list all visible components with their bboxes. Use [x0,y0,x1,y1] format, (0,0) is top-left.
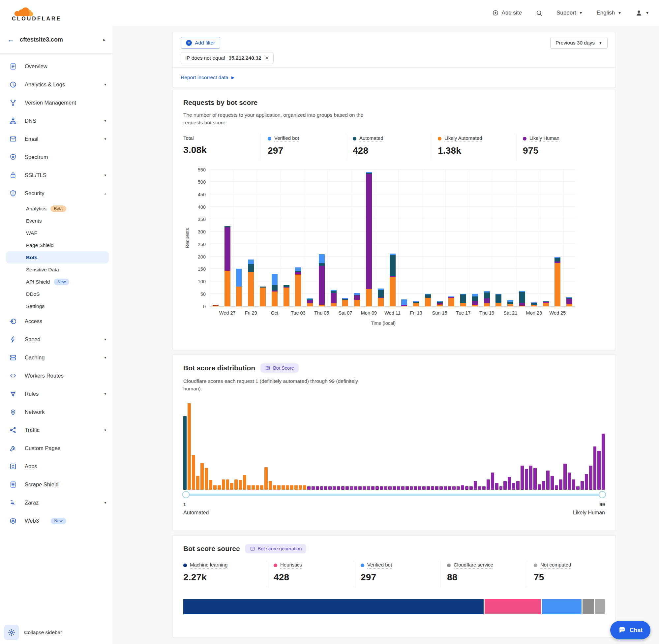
search-icon[interactable] [536,9,543,17]
slider-track[interactable] [183,493,605,496]
stacked-bar [366,172,372,306]
sidebar-subitem-bots[interactable]: Bots [6,251,109,263]
stat-label[interactable]: Heuristics [280,562,302,569]
stacked-bar [460,294,466,306]
time-range-dropdown[interactable]: Previous 30 days ▼ [550,37,608,49]
stat-value: 428 [353,145,431,156]
sidebar-item-dns[interactable]: DNS▾ [0,112,113,130]
legend-dot-icon [361,564,364,567]
sidebar-item-traffic[interactable]: Traffic▾ [0,421,113,439]
add-site-button[interactable]: Add site [492,9,522,16]
histogram-bar [512,483,515,490]
stat-label[interactable]: Machine learning [190,562,228,569]
stacked-bar [272,274,278,306]
slider-handle-max[interactable] [599,491,606,498]
gear-icon[interactable] [4,625,19,640]
stat-label[interactable]: Verified bot [367,562,392,569]
language-menu[interactable]: English ▼ [596,9,621,16]
histogram-bar [295,485,298,490]
report-link-label: Report incorrect data [181,74,229,80]
sidebar-item-email[interactable]: Email▾ [0,130,113,148]
sidebar-item-rules[interactable]: Rules▾ [0,385,113,403]
sidebar-item-custom-pages[interactable]: Custom Pages [0,439,113,457]
top-navigation-bar: Add site Support ▼ English ▼ ▼ [0,0,659,26]
stacked-bar [508,300,513,306]
sidebar-item-web3[interactable]: Web3New [0,512,113,530]
histogram-bar [465,486,468,490]
sidebar-item-network[interactable]: Network [0,403,113,421]
chevron-up-icon: ▴ [104,191,106,196]
stat-label[interactable]: Likely Human [529,135,560,142]
gridline-vertical [328,170,328,306]
bar-segment [401,306,407,306]
histogram-bar [550,476,554,490]
support-menu[interactable]: Support ▼ [557,9,583,16]
sidebar-item-apps[interactable]: Apps [0,457,113,476]
stacked-bar [319,254,325,306]
site-selector-row: ← cftestsite3.com ▸ [0,26,113,54]
bar-segment [555,263,560,306]
stat-label[interactable]: Automated [359,135,383,142]
sidebar-item-zaraz[interactable]: Zaraz▾ [0,493,113,512]
stacked-bar-plot: 050100150200250300350400450500550Wed 27F… [210,170,575,307]
sidebar-item-caching[interactable]: Caching▾ [0,348,113,367]
bot-score-generation-badge[interactable]: Bot score generation [245,544,307,553]
bolt-icon [9,336,17,343]
stat-label[interactable]: Likely Automated [444,135,482,142]
sidebar-item-analytics-logs[interactable]: Analytics & Logs▾ [0,75,113,94]
legend-dot-icon [353,137,356,140]
time-range-label: Previous 30 days [556,40,595,46]
bar-segment [331,293,336,303]
chevron-right-icon[interactable]: ▸ [103,37,105,42]
sidebar-item-security[interactable]: Security▴ [0,184,113,203]
add-filter-button[interactable]: + Add filter [181,37,220,49]
sidebar-item-overview[interactable]: Overview [0,58,113,75]
bar-segment [295,268,301,271]
bot-score-source-card: Bot score source Bot score generation Ma… [172,535,616,638]
sidebar-subitem-api-shield[interactable]: API ShieldNew [0,276,113,288]
sidebar-item-ssl-tls[interactable]: SSL/TLS▾ [0,166,113,184]
bar-segment [484,293,490,298]
report-incorrect-data-link[interactable]: Report incorrect data ▶ [173,67,615,87]
histogram-bar [546,470,549,490]
sidebar-subitem-events[interactable]: Events [0,215,113,227]
back-arrow-icon[interactable]: ← [7,35,15,44]
bar-segment [272,292,278,306]
sidebar-subitem-page-shield[interactable]: Page Shield [0,239,113,251]
bar-segment [425,295,431,298]
histogram-bar [269,481,272,490]
x-axis-title: Time (local) [191,321,575,326]
collapse-sidebar-button[interactable]: Collapse sidebar [4,625,62,640]
histogram-bar [503,481,507,490]
sidebar-item-access[interactable]: Access [0,312,113,330]
sidebar-item-workers-routes[interactable]: Workers Routes [0,367,113,385]
sidebar-item-speed[interactable]: Speed▾ [0,330,113,348]
gridline-vertical [493,170,493,306]
sidebar-subitem-sensitive-data[interactable]: Sensitive Data [0,263,113,276]
sidebar-subitem-analytics[interactable]: AnalyticsBeta [0,203,113,215]
bot-score-badge[interactable]: Bot Score [260,363,299,373]
bar-segment [272,285,278,291]
score-range-slider[interactable] [183,491,605,498]
sidebar-subitem-ddos[interactable]: DDoS [0,288,113,300]
bar-segment [472,296,478,301]
stat-label[interactable]: Cloudflare service [454,562,493,569]
dns-icon [9,117,17,125]
sidebar-item-version-management[interactable]: Version Management [0,94,113,112]
sidebar-subitem-waf[interactable]: WAF [0,227,113,239]
sidebar-subitem-label: Settings [26,303,45,309]
filter-chip[interactable]: IP does not equal 35.212.240.32 ✕ [181,52,274,64]
histogram-bar [495,483,498,490]
bar-segment [354,296,360,300]
stat-value: 3.08k [183,145,261,155]
slider-handle-min[interactable] [182,491,190,498]
sidebar-item-scrape-shield[interactable]: Scrape Shield [0,476,113,493]
sidebar-item-spectrum[interactable]: Spectrum [0,148,113,166]
histogram-bar [410,486,413,490]
close-icon[interactable]: ✕ [265,55,269,61]
stat-label[interactable]: Verified bot [274,135,299,142]
stat-label[interactable]: Not computed [540,562,571,569]
chat-button[interactable]: Chat [610,621,651,639]
account-menu[interactable]: ▼ [635,9,649,17]
sidebar-subitem-settings[interactable]: Settings [0,300,113,312]
